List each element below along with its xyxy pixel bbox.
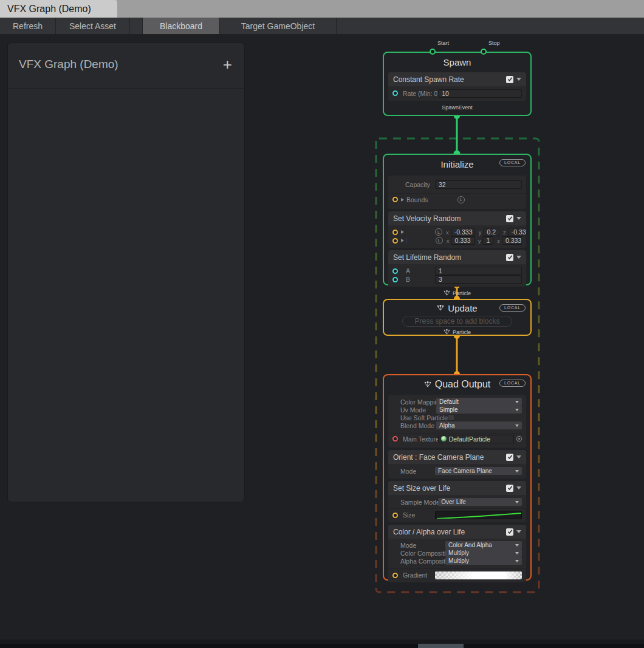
check-icon [507, 454, 513, 460]
color-mode-dropdown[interactable]: Color And Alpha [445, 541, 522, 549]
set-size-over-life-block[interactable]: Set Size over Life Sample Mode [388, 481, 526, 522]
axis-z-label: z [503, 229, 506, 236]
blackboard-title: VFX Graph (Demo) [19, 58, 118, 71]
sample-mode-dropdown[interactable]: Over Life [438, 498, 522, 506]
expander-icon[interactable] [401, 239, 404, 242]
main-texture-port[interactable] [392, 436, 398, 442]
add-property-button[interactable]: + [223, 55, 232, 74]
local-space-badge[interactable]: LOCAL [499, 159, 526, 166]
bounds-input-port[interactable] [392, 197, 398, 202]
uv-mode-dropdown[interactable]: Simple [436, 406, 522, 414]
velocity-a-y-field[interactable]: 0.2 [484, 228, 500, 236]
gradient-preview [435, 571, 522, 579]
velocity-b-port[interactable] [392, 238, 398, 244]
velocity-a-x-field[interactable]: -0.333 [451, 228, 475, 236]
rate-input-port[interactable] [392, 90, 398, 96]
orient-mode-dropdown[interactable]: Face Camera Plane [435, 467, 522, 475]
particle-icon [437, 305, 444, 311]
refresh-button[interactable]: Refresh [0, 18, 56, 34]
gradient-field[interactable] [435, 571, 522, 579]
size-curve-field[interactable] [435, 511, 522, 519]
set-size-over-life-label: Set Size over Life [393, 484, 450, 493]
lifetime-a-port[interactable] [392, 268, 398, 274]
set-velocity-random-block[interactable]: Set Velocity Random A [388, 211, 526, 248]
orient-mode-label: Mode [400, 468, 416, 475]
select-asset-button[interactable]: Select Asset [56, 18, 130, 34]
block-enabled-checkbox[interactable] [506, 485, 513, 492]
sample-mode-label: Sample Mode [400, 499, 438, 506]
color-alpha-over-life-label: Color / Alpha over Life [393, 528, 465, 536]
block-enabled-checkbox[interactable] [506, 528, 513, 536]
block-enabled-checkbox[interactable] [506, 76, 513, 83]
block-enabled-checkbox[interactable] [506, 454, 513, 461]
velocity-b-y-field[interactable]: 1 [482, 236, 493, 245]
spawn-context-node[interactable]: Start Stop Spawn Constant Spawn Rate [383, 52, 532, 116]
check-icon [507, 216, 513, 221]
spawn-event-output-label: SpawnEvent [384, 103, 530, 111]
lifetime-b-field[interactable]: 3 [435, 275, 522, 284]
color-mapping-mode-dropdown[interactable]: Default [436, 398, 522, 406]
velocity-a-z-field[interactable]: -0.333 [508, 228, 526, 236]
chevron-down-icon[interactable] [516, 78, 521, 81]
blackboard-body [8, 89, 244, 94]
blend-mode-dropdown[interactable]: Alpha [436, 421, 522, 429]
add-blocks-placeholder[interactable]: Press space to add blocks [402, 316, 512, 327]
blackboard-toggle-button[interactable]: Blackboard [142, 18, 220, 34]
local-space-badge[interactable]: LOCAL [499, 304, 526, 312]
chevron-down-icon[interactable] [516, 486, 521, 489]
initialize-context-node[interactable]: Initialize LOCAL Capacity 32 Bounds L [383, 154, 532, 285]
quad-output-title: Quad Output [435, 379, 491, 390]
velocity-a-port[interactable] [392, 230, 398, 235]
lifetime-b-port[interactable] [392, 277, 398, 282]
chevron-down-icon[interactable] [516, 455, 521, 459]
gradient-input-port[interactable] [392, 573, 398, 578]
use-soft-particle-checkbox[interactable] [448, 414, 454, 421]
set-lifetime-random-block[interactable]: Set Lifetime Random A 1 [388, 250, 526, 287]
color-composition-dropdown[interactable]: Multiply [445, 549, 522, 557]
object-picker-icon[interactable] [516, 436, 522, 442]
toolbar: Refresh Select Asset Blackboard Target G… [0, 18, 644, 35]
local-space-icon[interactable]: L [457, 196, 465, 203]
quad-output-context-node[interactable]: Quad Output LOCAL Color Mapping Mode Def… [383, 374, 532, 581]
block-enabled-checkbox[interactable] [506, 254, 513, 261]
velocity-b-z-field[interactable]: 0.333 [502, 236, 522, 245]
expander-icon[interactable] [401, 230, 404, 234]
check-icon [507, 485, 513, 491]
horizontal-scrollbar-thumb[interactable] [418, 644, 464, 648]
constant-spawn-rate-label: Constant Spawn Rate [393, 75, 464, 84]
local-space-badge[interactable]: LOCAL [499, 380, 526, 387]
chevron-down-icon[interactable] [516, 256, 521, 259]
check-icon [507, 77, 513, 82]
blend-mode-label: Blend Mode [400, 422, 436, 429]
main-texture-field[interactable]: DefaultParticle [438, 435, 515, 443]
texture-thumbnail-icon [441, 436, 447, 442]
graph-canvas[interactable]: VFX Graph (Demo) + Start Stop Spawn Cons… [0, 35, 644, 639]
tab-vfx-graph-demo[interactable]: VFX Graph (Demo) [0, 0, 117, 18]
color-alpha-over-life-block[interactable]: Color / Alpha over Life Mode [388, 525, 526, 582]
initialize-settings-block: Capacity 32 Bounds L [388, 176, 526, 209]
block-enabled-checkbox[interactable] [506, 215, 513, 222]
lifetime-a-field[interactable]: 1 [435, 267, 522, 275]
local-space-icon[interactable]: L [435, 228, 442, 236]
orient-label: Orient : Face Camera Plane [393, 453, 484, 462]
update-title: Update [448, 303, 477, 313]
chevron-down-icon[interactable] [516, 217, 521, 220]
rate-value-field[interactable]: 10 [438, 89, 522, 98]
target-gameobject-button[interactable]: Target GameObject [220, 18, 337, 34]
alpha-composition-dropdown[interactable]: Multiply [445, 557, 522, 565]
particle-icon [444, 290, 450, 296]
chevron-down-icon[interactable] [516, 530, 521, 533]
horizontal-scrollbar[interactable] [0, 644, 644, 648]
check-icon [507, 254, 513, 260]
blackboard-header: VFX Graph (Demo) + [8, 43, 244, 89]
set-lifetime-random-label: Set Lifetime Random [393, 253, 461, 262]
velocity-b-x-field[interactable]: 0.333 [451, 236, 474, 245]
bounds-expander-icon[interactable] [401, 198, 404, 202]
constant-spawn-rate-block[interactable]: Constant Spawn Rate Rate (Min: 0) [388, 72, 526, 101]
size-input-port[interactable] [392, 513, 398, 518]
update-context-node[interactable]: Update LOCAL Press space to add blocks P… [383, 299, 532, 336]
rate-label: Rate (Min: 0) [403, 90, 438, 97]
capacity-value-field[interactable]: 32 [435, 180, 522, 189]
orient-block[interactable]: Orient : Face Camera Plane Mode [388, 450, 526, 479]
local-space-icon[interactable]: L [436, 237, 443, 244]
